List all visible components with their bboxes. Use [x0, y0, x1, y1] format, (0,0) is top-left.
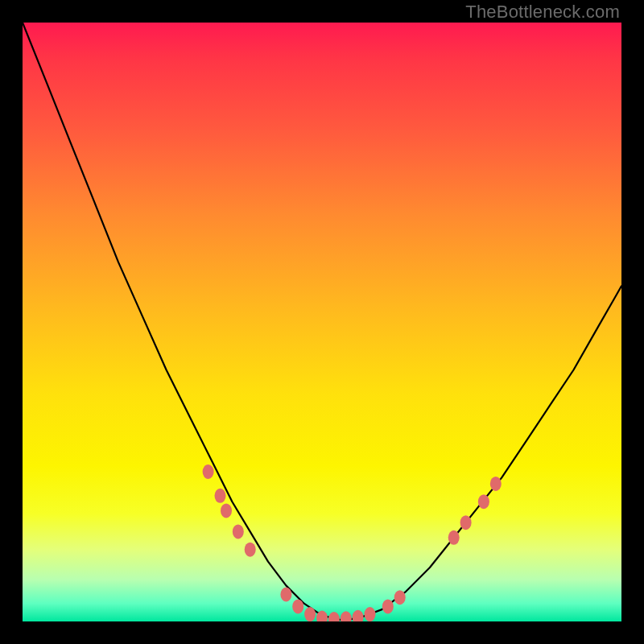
curve-marker: [394, 590, 406, 605]
curve-layer: [23, 23, 621, 621]
curve-marker: [460, 515, 472, 530]
curve-marker: [328, 612, 340, 621]
curve-marker: [304, 607, 316, 621]
curve-marker: [382, 599, 394, 613]
curve-markers: [203, 464, 502, 621]
curve-marker: [490, 477, 502, 491]
curve-marker: [341, 611, 352, 621]
curve-marker: [215, 489, 226, 503]
plot-area: [23, 23, 621, 621]
curve-marker: [233, 524, 244, 539]
bottleneck-curve-path: [23, 23, 621, 620]
curve-marker: [221, 503, 232, 518]
curve-marker: [448, 530, 460, 545]
curve-marker: [203, 464, 214, 479]
watermark-text: TheBottleneck.com: [465, 2, 620, 23]
curve-marker: [280, 588, 291, 602]
curve-marker: [478, 494, 489, 509]
curve-marker: [292, 599, 303, 613]
curve-marker: [245, 543, 256, 557]
bottleneck-curve: [23, 23, 621, 620]
curve-marker: [353, 610, 364, 621]
chart-frame: TheBottleneck.com: [0, 0, 644, 644]
curve-marker: [365, 607, 376, 621]
